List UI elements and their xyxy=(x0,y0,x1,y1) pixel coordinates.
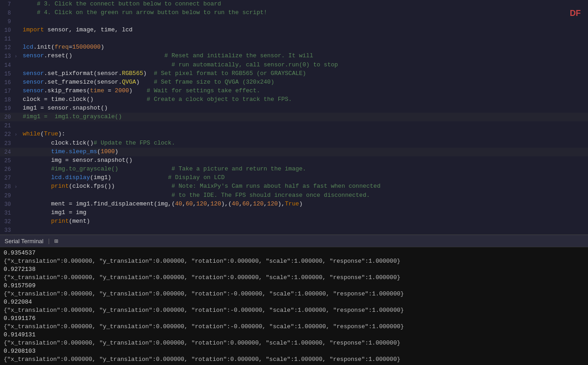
line-number: 23 xyxy=(0,139,15,148)
df-badge: DF xyxy=(570,9,581,18)
line-number: 26 xyxy=(0,165,15,174)
line-number: 21 xyxy=(0,121,15,130)
code-line: 13 › sensor.reset() # Reset and initiali… xyxy=(0,52,588,61)
code-line: 12 lcd.init(freq=15000000) xyxy=(0,43,588,52)
line-content: import sensor, image, time, lcd xyxy=(21,26,588,34)
line-arrow xyxy=(15,174,21,175)
line-arrow xyxy=(15,17,21,18)
line-content: time.sleep_ms(1000) xyxy=(21,148,588,156)
terminal-line: {"x_translation":0.000000, "y_translatio… xyxy=(4,290,584,298)
line-number: 7 xyxy=(0,0,15,9)
code-line: 29 # to the IDE. The FPS should increase… xyxy=(0,191,588,200)
terminal-line: {"x_translation":0.000000, "y_translatio… xyxy=(4,323,584,331)
line-number: 32 xyxy=(0,217,15,226)
line-content: img = sensor.snapshot() xyxy=(21,156,588,165)
line-content: lcd.display(img1) # Display on LCD xyxy=(21,174,588,182)
line-arrow xyxy=(15,0,21,1)
line-arrow: › xyxy=(15,130,21,139)
line-arrow xyxy=(15,165,21,166)
line-arrow xyxy=(15,148,21,149)
code-line: 27 lcd.display(img1) # Display on LCD xyxy=(0,174,588,182)
line-number: 8 xyxy=(0,9,15,17)
terminal-line: {"x_translation":0.000000, "y_translatio… xyxy=(4,257,584,265)
terminal-header: Serial Terminal | ⊞ xyxy=(0,235,588,247)
code-line: 23 clock.tick()# Update the FPS clock. xyxy=(0,139,588,148)
code-line: 24 time.sleep_ms(1000) xyxy=(0,148,588,156)
line-arrow xyxy=(15,191,21,192)
line-arrow xyxy=(15,226,21,227)
line-arrow xyxy=(15,43,21,44)
line-content: lcd.init(freq=15000000) xyxy=(21,43,588,51)
code-line: 11 xyxy=(0,35,588,43)
code-line: 10 import sensor, image, time, lcd xyxy=(0,26,588,35)
line-content: # 3. Click the connect button below to c… xyxy=(21,0,588,8)
code-line: 28 › print(clock.fps()) # Note: MaixPy's… xyxy=(0,182,588,191)
code-line: 18 clock = time.clock() # Create a clock… xyxy=(0,95,588,104)
line-number: 27 xyxy=(0,174,15,182)
line-number: 33 xyxy=(0,226,15,235)
code-line: 33 xyxy=(0,226,588,235)
line-arrow xyxy=(15,26,21,27)
code-line: 20 #img1 = img1.to_grayscale() xyxy=(0,113,588,121)
line-content: sensor.set_framesize(sensor.QVGA) # Set … xyxy=(21,78,588,86)
line-arrow xyxy=(15,209,21,210)
terminal-line: 0.9208103 xyxy=(4,347,584,355)
code-line: 22 › while(True): xyxy=(0,130,588,139)
line-number: 13 xyxy=(0,52,15,60)
line-number: 17 xyxy=(0,87,15,95)
line-number: 22 xyxy=(0,130,15,139)
line-number: 25 xyxy=(0,156,15,165)
terminal-line: {"x_translation":0.000000, "y_translatio… xyxy=(4,339,584,347)
line-arrow xyxy=(15,87,21,88)
line-content: img1 = sensor.snapshot() xyxy=(21,104,588,112)
line-content: print(ment) xyxy=(21,217,588,225)
code-line: 31 img1 = img xyxy=(0,209,588,217)
terminal-icon[interactable]: ⊞ xyxy=(54,237,58,245)
code-line: 8 # 4. Click on the green run arrow butt… xyxy=(0,9,588,17)
line-number: 11 xyxy=(0,35,15,43)
terminal-line: 0.9272138 xyxy=(4,265,584,274)
terminal-output[interactable]: 0.9354537{"x_translation":0.000000, "y_t… xyxy=(0,247,588,365)
line-number: 15 xyxy=(0,70,15,78)
line-content: # 4. Click on the green run arrow button… xyxy=(21,9,588,17)
line-arrow xyxy=(15,95,21,96)
line-number: 19 xyxy=(0,104,15,113)
line-content: sensor.set_pixformat(sensor.RGB565) # Se… xyxy=(21,70,588,78)
code-area: 7 # 3. Click the connect button below to… xyxy=(0,0,588,235)
line-arrow xyxy=(15,200,21,201)
line-content: clock.tick()# Update the FPS clock. xyxy=(21,139,588,147)
code-line: 7 # 3. Click the connect button below to… xyxy=(0,0,588,9)
line-arrow: › xyxy=(15,52,21,61)
line-content: #img.to_grayscale() # Take a picture and… xyxy=(21,165,588,173)
line-content: ment = img1.find_displacement(img,(40,60… xyxy=(21,200,588,208)
line-number: 14 xyxy=(0,61,15,70)
line-content: print(clock.fps()) # Note: MaixPy's Cam … xyxy=(21,182,588,190)
terminal-title: Serial Terminal xyxy=(5,238,44,245)
code-line: 30 ment = img1.find_displacement(img,(40… xyxy=(0,200,588,209)
code-line: 17 sensor.skip_frames(time = 2000) # Wai… xyxy=(0,87,588,95)
line-content: # to the IDE. The FPS should increase on… xyxy=(21,191,588,200)
line-content: clock = time.clock() # Create a clock ob… xyxy=(21,95,588,104)
code-line: 32 print(ment) xyxy=(0,217,588,226)
line-number: 24 xyxy=(0,148,15,156)
line-number: 16 xyxy=(0,78,15,87)
line-arrow xyxy=(15,61,21,62)
line-arrow xyxy=(15,121,21,122)
terminal-line: {"x_translation":0.000000, "y_translatio… xyxy=(4,306,584,315)
code-line: 9 xyxy=(0,17,588,26)
line-arrow xyxy=(15,217,21,218)
code-line: 21 xyxy=(0,121,588,130)
code-line: 16 sensor.set_framesize(sensor.QVGA) # S… xyxy=(0,78,588,87)
line-arrow xyxy=(15,156,21,157)
line-arrow: › xyxy=(15,182,21,191)
line-content: #img1 = img1.to_grayscale() xyxy=(21,113,588,121)
code-line: 14 # run automatically, call sensor.run(… xyxy=(0,61,588,70)
line-number: 18 xyxy=(0,95,15,104)
line-number: 20 xyxy=(0,113,15,121)
line-arrow xyxy=(15,104,21,105)
line-arrow xyxy=(15,113,21,114)
terminal-line: {"x_translation":0.000000, "y_translatio… xyxy=(4,355,584,364)
line-arrow xyxy=(15,9,21,10)
line-number: 29 xyxy=(0,191,15,200)
terminal-line: 0.922084 xyxy=(4,298,584,306)
